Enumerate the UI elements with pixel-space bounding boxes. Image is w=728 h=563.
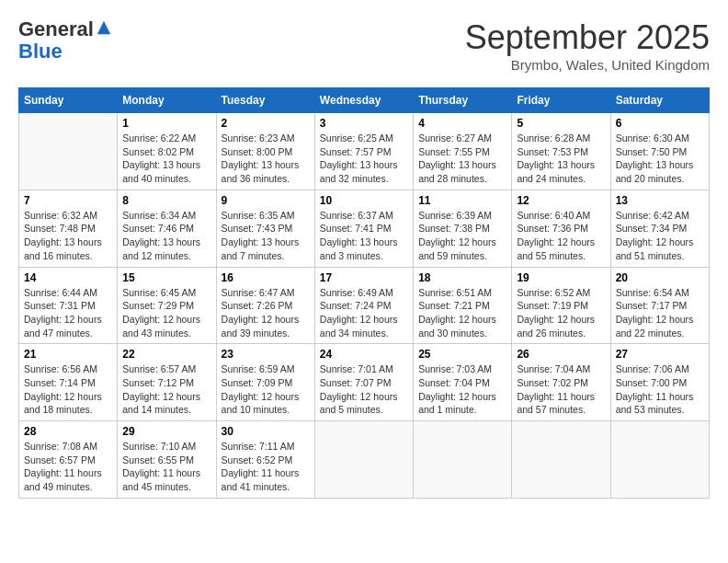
- day-number: 17: [320, 271, 408, 284]
- day-number: 19: [517, 271, 605, 284]
- day-number: 30: [222, 425, 310, 438]
- day-info: Sunrise: 6:23 AM Sunset: 8:00 PM Dayligh…: [222, 132, 310, 186]
- day-info: Sunrise: 6:35 AM Sunset: 7:43 PM Dayligh…: [222, 209, 310, 263]
- table-row: 6Sunrise: 6:30 AM Sunset: 7:50 PM Daylig…: [610, 113, 709, 190]
- col-monday: Monday: [118, 88, 216, 113]
- table-row: 2Sunrise: 6:23 AM Sunset: 8:00 PM Daylig…: [216, 113, 314, 190]
- day-info: Sunrise: 7:11 AM Sunset: 6:52 PM Dayligh…: [222, 440, 310, 494]
- table-row: 11Sunrise: 6:39 AM Sunset: 7:38 PM Dayli…: [414, 190, 512, 267]
- title-block: September 2025 Brymbo, Wales, United Kin…: [465, 18, 710, 73]
- day-info: Sunrise: 6:49 AM Sunset: 7:24 PM Dayligh…: [320, 286, 408, 340]
- table-row: 14Sunrise: 6:44 AM Sunset: 7:31 PM Dayli…: [19, 267, 118, 344]
- table-row: 17Sunrise: 6:49 AM Sunset: 7:24 PM Dayli…: [314, 267, 413, 344]
- day-number: 20: [616, 271, 704, 284]
- col-tuesday: Tuesday: [216, 88, 314, 113]
- day-number: 18: [418, 271, 506, 284]
- table-row: 24Sunrise: 7:01 AM Sunset: 7:07 PM Dayli…: [314, 344, 413, 421]
- logo-general: General: [18, 17, 94, 40]
- table-row: 21Sunrise: 6:56 AM Sunset: 7:14 PM Dayli…: [19, 344, 118, 421]
- day-info: Sunrise: 6:27 AM Sunset: 7:55 PM Dayligh…: [418, 132, 506, 186]
- table-row: 18Sunrise: 6:51 AM Sunset: 7:21 PM Dayli…: [414, 267, 512, 344]
- day-info: Sunrise: 6:57 AM Sunset: 7:12 PM Dayligh…: [122, 362, 210, 417]
- day-number: 11: [418, 194, 506, 207]
- day-info: Sunrise: 6:59 AM Sunset: 7:09 PM Dayligh…: [222, 362, 310, 417]
- table-row: 3Sunrise: 6:25 AM Sunset: 7:57 PM Daylig…: [314, 113, 413, 190]
- col-sunday: Sunday: [19, 88, 118, 113]
- table-row: [414, 421, 512, 499]
- table-row: [314, 421, 413, 499]
- day-number: 26: [517, 348, 605, 361]
- table-row: 20Sunrise: 6:54 AM Sunset: 7:17 PM Dayli…: [610, 267, 709, 344]
- table-row: 8Sunrise: 6:34 AM Sunset: 7:46 PM Daylig…: [118, 190, 216, 267]
- day-number: 22: [122, 348, 210, 361]
- table-row: 1Sunrise: 6:22 AM Sunset: 8:02 PM Daylig…: [118, 113, 216, 190]
- table-row: 4Sunrise: 6:27 AM Sunset: 7:55 PM Daylig…: [414, 113, 512, 190]
- calendar-week-row: 1Sunrise: 6:22 AM Sunset: 8:02 PM Daylig…: [19, 113, 710, 190]
- col-wednesday: Wednesday: [314, 88, 413, 113]
- col-thursday: Thursday: [414, 88, 512, 113]
- day-info: Sunrise: 6:54 AM Sunset: 7:17 PM Dayligh…: [616, 286, 704, 340]
- day-number: 10: [320, 194, 408, 207]
- logo: General Blue: [18, 18, 112, 63]
- calendar-week-row: 14Sunrise: 6:44 AM Sunset: 7:31 PM Dayli…: [19, 267, 710, 344]
- day-info: Sunrise: 6:34 AM Sunset: 7:46 PM Dayligh…: [122, 209, 210, 263]
- day-info: Sunrise: 6:25 AM Sunset: 7:57 PM Dayligh…: [320, 132, 408, 186]
- day-info: Sunrise: 6:52 AM Sunset: 7:19 PM Dayligh…: [517, 286, 605, 340]
- day-number: 23: [222, 348, 310, 361]
- table-row: 27Sunrise: 7:06 AM Sunset: 7:00 PM Dayli…: [610, 344, 709, 421]
- day-info: Sunrise: 6:44 AM Sunset: 7:31 PM Dayligh…: [24, 286, 112, 340]
- calendar-header-row: Sunday Monday Tuesday Wednesday Thursday…: [19, 88, 710, 113]
- day-info: Sunrise: 6:40 AM Sunset: 7:36 PM Dayligh…: [517, 209, 605, 263]
- table-row: 25Sunrise: 7:03 AM Sunset: 7:04 PM Dayli…: [414, 344, 512, 421]
- day-number: 28: [24, 425, 112, 438]
- day-info: Sunrise: 6:39 AM Sunset: 7:38 PM Dayligh…: [418, 209, 506, 263]
- table-row: 15Sunrise: 6:45 AM Sunset: 7:29 PM Dayli…: [118, 267, 216, 344]
- day-number: 12: [517, 194, 605, 207]
- day-info: Sunrise: 7:06 AM Sunset: 7:00 PM Dayligh…: [616, 362, 704, 417]
- day-number: 4: [418, 117, 506, 130]
- calendar-week-row: 7Sunrise: 6:32 AM Sunset: 7:48 PM Daylig…: [19, 190, 710, 267]
- table-row: [512, 421, 610, 499]
- day-info: Sunrise: 6:30 AM Sunset: 7:50 PM Dayligh…: [616, 132, 704, 186]
- day-number: 2: [222, 117, 310, 130]
- day-info: Sunrise: 6:51 AM Sunset: 7:21 PM Dayligh…: [418, 286, 506, 340]
- day-number: 13: [616, 194, 704, 207]
- day-info: Sunrise: 6:32 AM Sunset: 7:48 PM Dayligh…: [24, 209, 112, 263]
- day-info: Sunrise: 6:56 AM Sunset: 7:14 PM Dayligh…: [24, 362, 112, 417]
- col-friday: Friday: [512, 88, 610, 113]
- day-number: 7: [24, 194, 112, 207]
- day-info: Sunrise: 6:42 AM Sunset: 7:34 PM Dayligh…: [616, 209, 704, 263]
- day-number: 27: [616, 348, 704, 361]
- table-row: 30Sunrise: 7:11 AM Sunset: 6:52 PM Dayli…: [216, 421, 314, 499]
- day-info: Sunrise: 7:01 AM Sunset: 7:07 PM Dayligh…: [320, 362, 408, 417]
- table-row: 28Sunrise: 7:08 AM Sunset: 6:57 PM Dayli…: [19, 421, 118, 499]
- day-number: 6: [616, 117, 704, 130]
- table-row: 12Sunrise: 6:40 AM Sunset: 7:36 PM Dayli…: [512, 190, 610, 267]
- table-row: 26Sunrise: 7:04 AM Sunset: 7:02 PM Dayli…: [512, 344, 610, 421]
- calendar-week-row: 21Sunrise: 6:56 AM Sunset: 7:14 PM Dayli…: [19, 344, 710, 421]
- day-number: 21: [24, 348, 112, 361]
- day-info: Sunrise: 7:08 AM Sunset: 6:57 PM Dayligh…: [24, 440, 112, 494]
- day-number: 24: [320, 348, 408, 361]
- day-info: Sunrise: 7:03 AM Sunset: 7:04 PM Dayligh…: [418, 362, 506, 417]
- day-number: 29: [122, 425, 210, 438]
- day-number: 8: [122, 194, 210, 207]
- page-header: General Blue September 2025 Brymbo, Wale…: [18, 18, 710, 73]
- day-info: Sunrise: 6:45 AM Sunset: 7:29 PM Dayligh…: [122, 286, 210, 340]
- table-row: 13Sunrise: 6:42 AM Sunset: 7:34 PM Dayli…: [610, 190, 709, 267]
- day-info: Sunrise: 6:28 AM Sunset: 7:53 PM Dayligh…: [517, 132, 605, 186]
- table-row: 5Sunrise: 6:28 AM Sunset: 7:53 PM Daylig…: [512, 113, 610, 190]
- day-number: 14: [24, 271, 112, 284]
- location-subtitle: Brymbo, Wales, United Kingdom: [465, 57, 710, 73]
- calendar-table: Sunday Monday Tuesday Wednesday Thursday…: [18, 87, 710, 499]
- calendar-week-row: 28Sunrise: 7:08 AM Sunset: 6:57 PM Dayli…: [19, 421, 710, 499]
- day-number: 15: [122, 271, 210, 284]
- table-row: 10Sunrise: 6:37 AM Sunset: 7:41 PM Dayli…: [314, 190, 413, 267]
- day-number: 25: [418, 348, 506, 361]
- day-number: 1: [122, 117, 210, 130]
- table-row: [19, 113, 118, 190]
- table-row: 23Sunrise: 6:59 AM Sunset: 7:09 PM Dayli…: [216, 344, 314, 421]
- day-number: 9: [222, 194, 310, 207]
- day-info: Sunrise: 6:47 AM Sunset: 7:26 PM Dayligh…: [222, 286, 310, 340]
- table-row: 16Sunrise: 6:47 AM Sunset: 7:26 PM Dayli…: [216, 267, 314, 344]
